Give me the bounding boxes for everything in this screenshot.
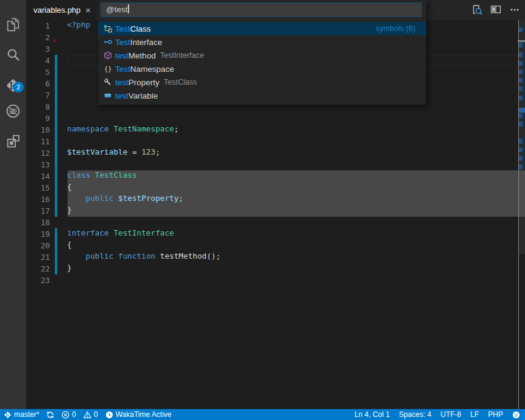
gutter-deleted-marker [54,38,57,43]
code-line-17: } [67,205,72,217]
code-line-15: { [67,182,72,194]
line-number-18: 18 [26,217,50,228]
line-number-1: 1 [26,20,50,32]
overview-modified-mark [519,122,523,127]
symbol-name: TestInterface [115,38,162,47]
symbol-name: testVariable [115,91,158,100]
line-number-5: 5 [26,66,50,78]
line-number-14: 14 [26,170,50,182]
activity-bar: 2 [0,0,26,409]
git-branch-icon [4,411,12,419]
quick-open-list: TestClasssymbols (6)TestInterfacetestMet… [98,22,426,102]
more-actions-icon[interactable] [509,4,520,15]
status-php[interactable]: PHP [488,410,503,419]
interface-icon [104,38,112,46]
split-editor-icon[interactable] [490,4,501,15]
quick-open-item-TestNamespace[interactable]: {}TestNamespace [98,62,426,75]
error-icon [62,411,69,419]
line-number-22: 22 [26,263,50,275]
namespace-icon: {} [104,65,112,73]
line-number-11: 11 [26,136,50,147]
status-ln-4-col-1[interactable]: Ln 4, Col 1 [354,410,390,419]
line-number-6: 6 [26,78,50,89]
status-utf-8[interactable]: UTF-8 [440,410,461,419]
code-line-14: class TestClass [67,170,137,182]
quick-open-group-label: symbols (6) [376,24,415,33]
line-number-4: 4 [26,55,50,66]
variable-icon [104,91,112,100]
status-bar: master*00WakaTime Active Ln 4, Col 1Spac… [0,409,525,420]
overview-modified-mark [519,27,523,32]
line-number-9: 9 [26,113,50,124]
symbol-container: TestClass [164,78,197,86]
quick-open-item-testMethod[interactable]: testMethodTestInterface [98,49,426,62]
status-spaces-4[interactable]: Spaces: 4 [399,410,431,419]
search-icon[interactable] [5,47,21,63]
status-sync-icon[interactable] [46,411,54,419]
code-line-12: $testVariable = 123; [67,147,160,159]
status-wakatime-active[interactable]: WakaTime Active [105,410,172,419]
line-number-7: 7 [26,89,50,101]
clock-icon [105,411,113,419]
status-lf[interactable]: LF [470,410,479,419]
code-line-10: namespace TestNamespace; [67,124,178,136]
close-icon[interactable]: × [85,5,96,15]
symbol-name: testMethod [115,51,156,60]
code-line-22: } [67,263,72,275]
gutter-modified-bar [55,55,57,217]
overview-modified-mark [519,86,523,91]
code-line-16: public $testProperty; [67,194,183,205]
extensions-icon[interactable] [5,133,21,150]
overview-modified-mark [519,156,523,161]
line-number-13: 13 [26,159,50,170]
debug-icon[interactable] [5,103,21,119]
status-bar-left: master*00WakaTime Active [0,410,172,419]
files-icon[interactable] [5,16,21,33]
tab-variables-php[interactable]: variables.php × [26,0,96,20]
tab-actions [471,4,520,15]
line-number-16: 16 [26,194,50,205]
open-preview-icon[interactable] [471,4,482,15]
quick-open-item-TestClass[interactable]: TestClasssymbols (6) [98,22,426,35]
warning-icon [83,411,91,419]
quick-open-item-testVariable[interactable]: testVariable [98,89,426,102]
overview-modified-mark [519,96,523,100]
overview-modified-mark [519,43,523,47]
quick-open-widget: @test TestClasssymbols (6)TestInterfacet… [98,0,426,105]
status-0[interactable]: 0 [83,410,98,419]
overview-modified-mark [519,52,523,57]
sync-icon [46,411,54,419]
scm-badge: 2 [13,82,24,93]
status-master-[interactable]: master* [4,410,39,419]
overview-selection-mark [519,170,525,217]
line-number-19: 19 [26,228,50,240]
symbol-container: TestInterface [160,51,204,60]
overview-modified-mark [519,78,523,83]
class-icon [104,24,112,33]
line-number-23: 23 [26,275,50,286]
line-number-12: 12 [26,147,50,159]
status-smiley-icon[interactable] [512,411,520,419]
overview-modified-mark [519,147,523,152]
code-line-1: <?php [67,20,90,32]
tab-label: variables.php [26,5,80,15]
line-number-17: 17 [26,205,50,217]
symbol-name: TestNamespace [115,65,174,74]
quick-open-input-value: @test [106,5,127,14]
overview-cursor-mark [519,108,525,113]
overview-modified-mark [519,139,523,144]
status-bar-right: Ln 4, Col 1Spaces: 4UTF-8LFPHP [354,410,525,419]
line-number-21: 21 [26,251,50,263]
status-0[interactable]: 0 [62,410,76,419]
quick-open-input[interactable]: @test [100,2,422,17]
symbol-name: testProperty [115,78,160,87]
line-number-10: 10 [26,124,50,136]
code-line-20: { [67,240,72,251]
line-number-15: 15 [26,182,50,194]
smiley-icon [512,411,520,419]
quick-open-item-testProperty[interactable]: testPropertyTestClass [98,75,426,89]
code-line-19: interface TestInterface [67,228,174,240]
code-line-21: public function testMethod(); [67,251,220,263]
quick-open-item-TestInterface[interactable]: TestInterface [98,35,426,49]
overview-modified-mark [519,61,523,66]
